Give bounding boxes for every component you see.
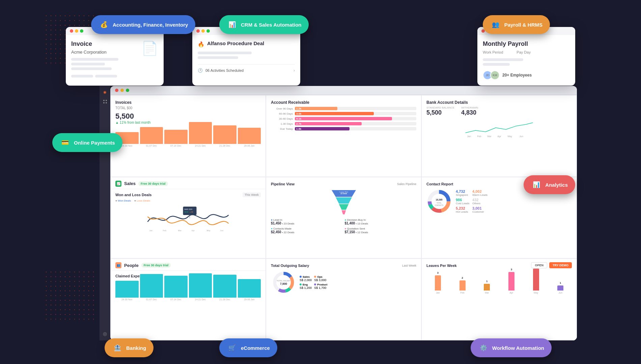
ar-title: Account Receivable	[271, 100, 416, 105]
svg-text:Feb: Feb	[477, 135, 481, 138]
payroll-avatars: JD KM	[483, 70, 500, 80]
workflow-icon: ⚙️	[478, 342, 489, 353]
svg-text:Mar: Mar	[178, 230, 182, 232]
crm-line-2	[198, 56, 238, 59]
crm-activities: 06 Activities Scheduled	[205, 68, 244, 72]
ar-bar-row: 30-60 Days 5.1k	[271, 117, 416, 120]
claimed-title: Claimed Expenses	[115, 274, 261, 278]
badge-analytics[interactable]: 📊 Analytics	[524, 175, 575, 194]
pipeline-selector[interactable]: Sales Pipeline	[397, 182, 416, 186]
svg-text:18,385: 18,385	[436, 198, 442, 201]
crm-card: 🔥 Alfanso Procedure Deal 🕐 06 Activities…	[192, 27, 300, 86]
period-selector[interactable]: This Week	[243, 192, 261, 197]
invoice-btn-2	[95, 75, 117, 78]
contact-legend: 4,732 Singapore 4,002 Warm Leads 986 Col…	[456, 189, 487, 213]
bank-val2: 4,830	[461, 109, 478, 116]
leave-bar-col: 4 May	[525, 265, 548, 294]
svg-text:7,900: 7,900	[280, 282, 287, 285]
expense-bar-col: 21-28 Dec	[213, 275, 236, 301]
pipeline-stat-item: ● Decision Buy In $1,400 • 13 Deals	[345, 218, 417, 225]
badge-banking[interactable]: 🏦 Banking	[105, 338, 154, 357]
invoice-card: Invoice Acme Corporation 📄	[66, 27, 164, 86]
payroll-card: Monthly Payroll Work Period Pay Day JD K…	[477, 27, 575, 86]
leave-bar-col: 2 Feb	[451, 276, 474, 294]
invoice-line-1	[71, 58, 118, 61]
svg-text:TOTAL: TOTAL	[437, 202, 442, 204]
svg-marker-20	[341, 210, 346, 214]
pipeline-stats: ● Lead In $1,450 • 23 Deals ● Decision B…	[271, 218, 416, 234]
svg-text:Jan: Jan	[467, 135, 471, 138]
sales-header: 📈 Sales Free 30 days trial	[111, 177, 266, 189]
svg-text:Feb: Feb	[163, 230, 167, 232]
svg-text:TOTAL SALARY: TOTAL SALARY	[277, 280, 290, 282]
invoice-doc-icon: 📄	[141, 40, 158, 56]
salary-title: Total Outgoing Salary	[271, 264, 309, 268]
contact-legend-item: 4,732 Singapore	[456, 189, 471, 196]
crm-clock-icon: 🕐	[198, 68, 203, 73]
svg-text:L 44: L 44	[190, 211, 193, 213]
invoice-bar-col: 21-28 Dec	[213, 125, 236, 147]
bank-line-chart: Jan Feb Mar Apr May Jun	[426, 118, 572, 138]
contact-legend-item: 5,232 Hot Leads	[456, 206, 471, 213]
sidebar-logo: ◉	[103, 90, 107, 94]
dashboard-grid: Invoices TOTAL $00 5,500 ▲ 11% from last…	[110, 95, 577, 340]
badge-workflow[interactable]: ⚙️ Workflow Automation	[471, 338, 552, 357]
badge-crm[interactable]: 📊 CRM & Sales Automation	[219, 15, 309, 34]
invoice-bar-col: 29-06 Jan	[238, 128, 261, 147]
badge-accounting[interactable]: 💰 Accounting, Finance, Inventory	[91, 15, 195, 34]
expense-bar-col: 01-07 Dec	[140, 274, 163, 301]
sales-badge: Free 30 days trial	[138, 181, 168, 186]
leave-bar-col: 3 Jan	[426, 271, 449, 294]
leaves-open-demo: OPEN TRY DEMO	[531, 262, 572, 268]
leaves-panel: OPEN TRY DEMO Leaves Per Week 3 Jan 2 Fe…	[421, 259, 577, 340]
payroll-line-2	[483, 63, 510, 66]
nav-grid	[103, 99, 108, 104]
badge-online-payments[interactable]: 💳 Online Payments	[52, 133, 122, 152]
dashboard-container: Invoices TOTAL $00 5,500 ▲ 11% from last…	[110, 86, 577, 340]
bank-label2: WITHDRAWN	[461, 106, 478, 109]
contact-legend-item: 432 Others	[472, 198, 487, 205]
leaves-demo-btn[interactable]: TRY DEMO	[549, 262, 572, 268]
leave-bar-col: 1 Jun	[549, 281, 572, 294]
people-header: 👥 People Free 30 days trial	[111, 259, 266, 271]
badge-payroll[interactable]: 👥 Payroll & HRMS	[483, 15, 550, 34]
contact-legend-item: 4,002 Warm Leads	[472, 189, 487, 196]
payroll-title: Monthly Payroll	[483, 40, 570, 48]
crm-icon: 📊	[227, 19, 238, 30]
payroll-employees: 20+ Employees	[502, 73, 532, 78]
invoice-bar-col: 01-07 Dec	[140, 127, 163, 147]
svg-marker-18	[336, 197, 352, 203]
claimed-expenses-panel: 👥 People Free 30 days trial Claimed Expe…	[110, 259, 266, 340]
svg-text:CONTACTS: CONTACTS	[435, 204, 443, 206]
crm-line-1	[198, 52, 252, 54]
svg-text:May: May	[508, 135, 512, 138]
invoice-line-2	[71, 63, 105, 65]
svg-text:MAR 2020: MAR 2020	[185, 208, 193, 210]
svg-text:Jun: Jun	[220, 230, 224, 232]
banking-icon: 🏦	[112, 342, 123, 353]
invoice-bar-col: 07-14 Dec	[164, 130, 188, 147]
svg-text:W 64: W 64	[185, 211, 189, 213]
expenses-bar-chart: 24-30 Nov01-07 Dec07-14 Dec14-21 Dec21-2…	[115, 281, 261, 301]
badge-ecommerce[interactable]: 🛒 eCommerce	[219, 338, 277, 357]
invoices-bar-chart: 24-30 Nov01-07 Dec07-14 Dec14-21 Dec21-2…	[115, 127, 261, 147]
crm-title: Alfanso Procedure Deal	[207, 40, 264, 46]
svg-text:Contacts Made: Contacts Made	[339, 191, 349, 193]
leaves-bar-chart: 3 Jan 2 Feb 1 Mar 3 Apr 4 May 1 Jun	[426, 270, 572, 294]
leave-bar-col: 3 Apr	[500, 268, 523, 294]
people-badge: Free 30 days trial	[141, 263, 171, 268]
pipeline-stat-item: ● Contacts Made $2,450 • 22 Deals	[271, 227, 343, 234]
invoices-title: Invoices	[115, 100, 261, 105]
bank-title: Bank Account Details	[426, 100, 572, 105]
sales-won-loss-panel: 📈 Sales Free 30 days trial Won and Loss …	[110, 177, 266, 259]
accounting-icon: 💰	[99, 19, 109, 30]
invoices-panel: Invoices TOTAL $00 5,500 ▲ 11% from last…	[110, 95, 266, 177]
analytics-icon: 📊	[531, 179, 542, 190]
invoice-line-3	[71, 67, 112, 70]
contact-legend-item: 986 Cold Leads	[456, 198, 471, 205]
leaves-open-btn[interactable]: OPEN	[531, 262, 547, 268]
bank-account-panel: Bank Account Details STANDARD BALANCE 5,…	[421, 95, 577, 177]
payroll-pay-day: Pay Day	[517, 50, 531, 54]
bank-label1: STANDARD BALANCE	[426, 106, 454, 109]
sidebar-nav: ◉ ◎	[100, 86, 110, 340]
